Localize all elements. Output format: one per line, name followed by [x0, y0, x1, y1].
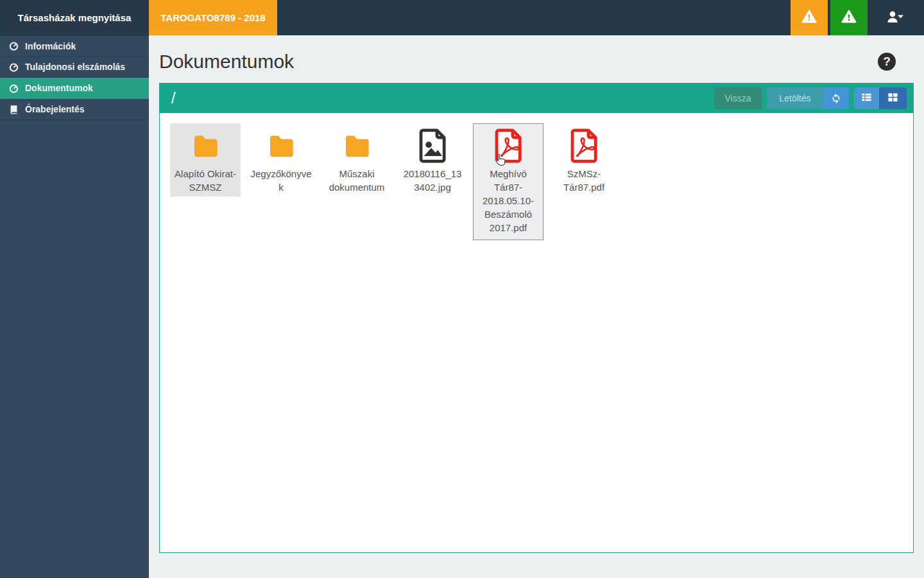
sidebar-item-dokumentumok[interactable]: Dokumentumok: [0, 78, 149, 99]
user-menu-button[interactable]: [868, 0, 924, 35]
main-content: Dokumentumok ? / Vissza Letöltés: [149, 35, 924, 578]
book-icon: [9, 105, 19, 114]
folder-icon: [170, 127, 241, 164]
file-name: SzMSz-Tár87.pdf: [549, 167, 619, 194]
user-caret-down-icon: [886, 9, 905, 27]
warning-green-button[interactable]: [830, 0, 868, 35]
pdf-file-icon: [474, 127, 543, 164]
file-name: Alapító Okirat-SZMSZ: [170, 167, 241, 194]
grid-view-button[interactable]: [879, 87, 907, 109]
file-name: Meghívó Tár87-2018.05.10-Beszámoló 2017.…: [474, 167, 543, 234]
page-title: Dokumentumok: [159, 51, 294, 73]
active-building-tab[interactable]: TAROGATO8789 - 2018: [149, 0, 277, 35]
top-bar: Társasházak megnyitása TAROGATO8789 - 20…: [0, 0, 924, 35]
folder-icon: [321, 127, 392, 164]
sidebar: Információk Tulajdonosi elszámolás Dokum…: [0, 35, 149, 578]
refresh-icon: [830, 92, 842, 105]
file-item-folder[interactable]: Műszaki dokumentum ...: [321, 123, 392, 200]
question-circle-icon[interactable]: ?: [878, 53, 896, 71]
file-name: Jegyzőkönyvek: [246, 167, 316, 194]
file-area: Alapító Okirat-SZMSZ Jegyzőkönyvek: [160, 113, 913, 552]
list-view-button[interactable]: [854, 87, 879, 109]
image-file-icon: [397, 127, 468, 164]
file-name: 20180116_133402.jpg: [397, 167, 468, 194]
warning-orange-button[interactable]: [791, 0, 828, 35]
file-item-pdf[interactable]: Meghívó Tár87-2018.05.10-Beszámoló 2017.…: [473, 123, 543, 240]
sidebar-item-informaciok[interactable]: Információk: [0, 35, 149, 57]
sidebar-item-orabejelentes[interactable]: Órabejelentés: [0, 99, 149, 120]
file-name: Műszaki dokumentum ...: [321, 167, 392, 197]
sidebar-item-label: Órabejelentés: [25, 104, 85, 114]
page-header: Dokumentumok ?: [159, 51, 914, 73]
download-button[interactable]: Letöltés: [767, 87, 823, 109]
sidebar-item-label: Dokumentumok: [25, 83, 93, 93]
sidebar-item-tulajdonosi-elszamolas[interactable]: Tulajdonosi elszámolás: [0, 57, 149, 78]
back-button[interactable]: Vissza: [714, 87, 762, 109]
panel-toolbar: Vissza Letöltés: [714, 87, 907, 109]
topbar-spacer: [277, 0, 791, 35]
refresh-button[interactable]: [823, 87, 849, 109]
grid-view-icon: [887, 92, 898, 105]
panel-header: / Vissza Letöltés: [160, 83, 913, 113]
list-view-icon: [861, 92, 872, 105]
pdf-file-icon: [549, 127, 619, 164]
tachometer-icon: [9, 41, 19, 51]
file-item-pdf[interactable]: SzMSz-Tár87.pdf: [549, 123, 619, 197]
breadcrumb: /: [171, 90, 175, 107]
file-item-image[interactable]: 20180116_133402.jpg: [397, 123, 468, 197]
documents-panel: / Vissza Letöltés: [159, 83, 914, 553]
warning-triangle-icon: [841, 9, 857, 27]
file-grid: Alapító Okirat-SZMSZ Jegyzőkönyvek: [170, 123, 903, 240]
brand-title[interactable]: Társasházak megnyitása: [0, 0, 149, 35]
file-item-folder[interactable]: Jegyzőkönyvek: [246, 123, 316, 197]
sidebar-item-label: Információk: [25, 41, 76, 51]
sidebar-item-label: Tulajdonosi elszámolás: [25, 62, 125, 72]
tachometer-icon: [9, 62, 19, 72]
warning-triangle-icon: [801, 9, 817, 27]
tachometer-icon: [9, 83, 19, 93]
file-item-folder[interactable]: Alapító Okirat-SZMSZ: [170, 123, 241, 197]
folder-icon: [246, 127, 316, 164]
